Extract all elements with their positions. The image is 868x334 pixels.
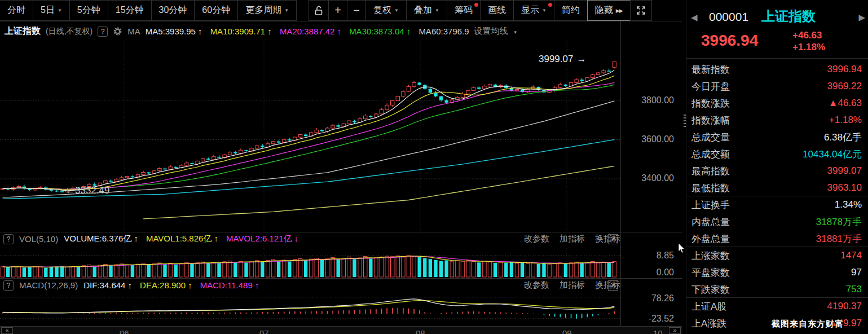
quote-row: 外盘总量31881万手 xyxy=(686,230,868,247)
quote-row: 上证换手1.34% xyxy=(686,196,868,213)
chevron-down-icon: ▼ xyxy=(284,8,289,13)
volume-axis-tick: 8.85 xyxy=(620,250,678,261)
ma-indicator-header: 上证指数 (日线,不复权) ? MA MA5:3939.95 ↑MA10:390… xyxy=(0,22,681,41)
candlestick-chart[interactable] xyxy=(0,41,620,232)
quote-value: 3963.10 xyxy=(827,182,862,194)
help-icon[interactable]: ? xyxy=(3,280,14,291)
quote-label: 上证A股 xyxy=(691,300,726,313)
fullscreen-icon[interactable] xyxy=(630,0,652,21)
quote-label: 总成交额 xyxy=(691,148,730,161)
period-button-0[interactable]: 分时 xyxy=(0,0,33,21)
pane-action-1[interactable]: 加指标 xyxy=(559,234,585,244)
quote-label: 上证换手 xyxy=(691,199,730,212)
quote-label: 指数涨跌 xyxy=(691,97,730,110)
tool-button-5[interactable]: 简约 xyxy=(554,0,588,21)
volume-chart[interactable] xyxy=(0,245,620,278)
quote-label: 最高指数 xyxy=(691,165,730,178)
x-axis-month-label: 07 xyxy=(259,328,269,334)
quote-value: 6.38亿手 xyxy=(824,131,862,144)
divider-grip-handle[interactable] xyxy=(684,115,685,116)
chevron-down-icon: ▼ xyxy=(58,8,62,13)
chevron-down-icon: ▼ xyxy=(513,30,518,35)
quote-label: 今日开盘 xyxy=(691,80,730,93)
quote-row: 今日开盘3969.22 xyxy=(686,78,868,95)
pane-action-1[interactable]: 加指标 xyxy=(559,280,585,291)
period-button-2[interactable]: 5分钟 xyxy=(69,0,108,21)
notification-dot xyxy=(548,3,552,7)
chart-toolbar: 分时5日▼5分钟15分钟30分钟60分钟更多周期▼ + − 复权▼叠加▼筹码画线… xyxy=(0,0,682,21)
help-icon[interactable]: ? xyxy=(3,234,14,244)
tool-button-1[interactable]: 叠加▼ xyxy=(406,0,447,21)
next-stock-button[interactable]: ▶ xyxy=(858,12,865,23)
chevron-down-icon: ▼ xyxy=(435,8,439,13)
quote-value: 31878万手 xyxy=(816,216,862,228)
close-icon[interactable]: ✕ xyxy=(608,280,618,291)
pane-action-0[interactable]: 改参数 xyxy=(524,234,549,244)
quote-header: ◀ 000001 上证指数 ▶ 3996.94 +46.63 +1.18% xyxy=(686,5,868,58)
quote-value: 3999.07 xyxy=(827,165,862,177)
price-axis-tick: 3600.00 xyxy=(620,134,678,144)
quote-label: 总成交量 xyxy=(691,131,730,144)
x-axis-month-label: 06 xyxy=(120,328,129,334)
quote-value: 3969.22 xyxy=(827,81,862,92)
tool-button-0[interactable]: 复权▼ xyxy=(365,0,407,21)
quote-label: 上A涨跌 xyxy=(691,317,726,330)
close-icon[interactable]: ✕ xyxy=(608,234,618,244)
quote-row: 最高指数3999.07 xyxy=(686,162,868,179)
quote-label: 指数涨幅 xyxy=(691,114,730,127)
quote-panel: ◀ 000001 上证指数 ▶ 3996.94 +46.63 +1.18% 最新… xyxy=(686,0,868,334)
volume-legend-0: VOLUME:6.376亿 ↑ xyxy=(64,234,138,244)
double-right-icon: ▶▶ xyxy=(616,8,623,14)
stock-terminal: 分时5日▼5分钟15分钟30分钟60分钟更多周期▼ + − 复权▼叠加▼筹码画线… xyxy=(0,0,868,334)
quote-value: 10434.04亿元 xyxy=(803,148,862,161)
chart-scrollbar[interactable]: « » 0607080910 xyxy=(0,327,682,334)
lock-icon[interactable] xyxy=(309,0,329,21)
scroll-right-button[interactable]: » xyxy=(669,327,681,334)
gear-icon[interactable] xyxy=(113,27,122,36)
period-button-3[interactable]: 15分钟 xyxy=(108,0,152,21)
volume-axis-tick: 0.00 xyxy=(620,267,678,278)
mouse-cursor xyxy=(678,243,685,254)
price-axis-tick: 3800.00 xyxy=(620,95,678,106)
quote-value: 3996.94 xyxy=(827,64,862,75)
period-button-1[interactable]: 5日▼ xyxy=(33,0,70,21)
quote-label: 最低指数 xyxy=(691,182,730,195)
stock-name: 上证指数 xyxy=(761,7,816,25)
tool-button-3[interactable]: 画线 xyxy=(480,0,514,21)
quote-value: ▲46.63 xyxy=(829,98,862,109)
period-button-4[interactable]: 30分钟 xyxy=(151,0,195,21)
prev-stock-button[interactable]: ◀ xyxy=(691,12,698,23)
watermark: 截图来自东方财富 xyxy=(772,319,844,329)
quote-value: 4190.37 xyxy=(827,301,862,312)
tool-button-2[interactable]: 筹码 xyxy=(447,0,481,21)
quote-value: 1.34% xyxy=(835,199,862,210)
quote-row: 指数涨跌▲46.63 xyxy=(686,95,868,112)
macd-axis-tick: -23.52 xyxy=(620,314,678,324)
scroll-left-button[interactable]: « xyxy=(1,327,13,334)
zoom-in-button[interactable]: + xyxy=(328,0,347,21)
quote-label: 内盘总量 xyxy=(691,216,730,228)
quote-row: 平盘家数97 xyxy=(686,264,868,281)
period-button-5[interactable]: 60分钟 xyxy=(194,0,238,21)
quote-label: 上涨家数 xyxy=(691,249,730,262)
stock-code: 000001 xyxy=(709,10,748,24)
quote-label: 外盘总量 xyxy=(691,232,730,245)
ma-settings-button[interactable]: 设置均线 ▼ xyxy=(474,26,518,37)
zoom-out-button[interactable]: − xyxy=(347,0,366,21)
quote-row: 上证A股4190.37 xyxy=(686,298,868,315)
x-axis-month-label: 08 xyxy=(416,328,425,334)
high-price-annotation: 3999.07→ xyxy=(539,54,586,65)
tool-button-6[interactable]: 隐藏▶▶ xyxy=(587,0,631,21)
macd-chart[interactable] xyxy=(0,292,620,326)
quote-row: 最新指数3996.94 xyxy=(686,61,868,78)
quote-value: +1.18% xyxy=(829,115,862,126)
help-icon[interactable]: ? xyxy=(98,27,108,37)
quote-label: 最新指数 xyxy=(691,63,730,76)
tool-button-4[interactable]: 显示▼ xyxy=(513,0,554,21)
chart-title: 上证指数 xyxy=(5,25,41,37)
ma-legend-3: MA30:3873.04 ↑ xyxy=(349,27,411,36)
quote-row: 指数涨幅+1.18% xyxy=(686,112,868,129)
quote-row: 总成交额10434.04亿元 xyxy=(686,146,868,162)
period-button-6[interactable]: 更多周期▼ xyxy=(237,0,297,21)
pane-action-0[interactable]: 改参数 xyxy=(524,280,549,291)
